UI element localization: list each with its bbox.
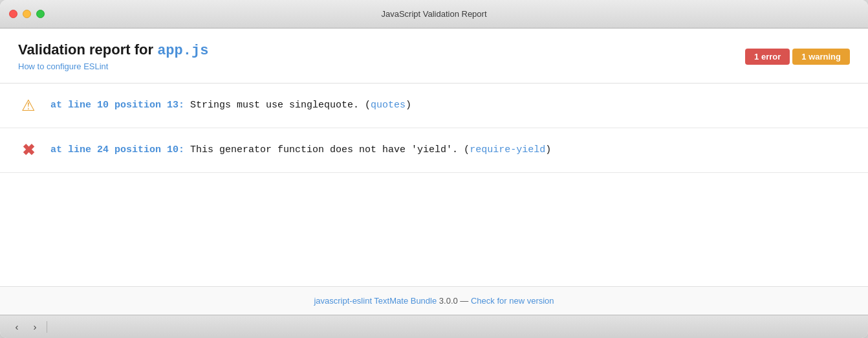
issue-rule-2[interactable]: require-yield: [470, 144, 545, 155]
summary-badges: 1 error 1 warning: [745, 49, 850, 65]
header-left: Validation report for app.js How to conf…: [18, 41, 208, 71]
maximize-button[interactable]: [36, 10, 45, 18]
check-version-link[interactable]: Check for new version: [471, 296, 554, 306]
nav-bar: ‹ ›: [0, 315, 868, 338]
issues-list: ⚠ at line 10 position 13: Strings must u…: [0, 84, 868, 286]
error-icon: ✖: [18, 140, 39, 161]
version-text: 3.0.0 —: [437, 296, 471, 306]
issue-text-1: at line 10 position 13: Strings must use…: [50, 98, 411, 113]
filename: app.js: [157, 43, 208, 59]
issue-end-1: ): [406, 100, 411, 111]
back-button[interactable]: ‹: [9, 319, 25, 335]
main-content: Validation report for app.js How to conf…: [0, 28, 868, 315]
issue-row: ✖ at line 24 position 10: This generator…: [0, 128, 868, 173]
footer: javascript-eslint TextMate Bundle 3.0.0 …: [0, 286, 868, 315]
title-prefix: Validation report for: [18, 41, 157, 58]
traffic-lights: [9, 10, 45, 18]
nav-divider: [47, 321, 47, 333]
eslint-config-link[interactable]: How to configure ESLint: [18, 62, 208, 71]
issue-location-1: at line 10 position 13:: [50, 100, 184, 111]
close-button[interactable]: [9, 10, 17, 18]
forward-button[interactable]: ›: [27, 319, 43, 335]
warning-icon: ⚠: [18, 95, 39, 116]
window-title: JavaScript Validation Report: [381, 9, 486, 19]
report-title: Validation report for app.js: [18, 41, 208, 59]
warning-badge: 1 warning: [792, 49, 850, 65]
bundle-link[interactable]: javascript-eslint TextMate Bundle: [314, 296, 437, 306]
issue-message-2: This generator function does not have 'y…: [184, 144, 470, 155]
app-window: JavaScript Validation Report Validation …: [0, 0, 868, 338]
issue-end-2: ): [545, 144, 551, 155]
issue-rule-1[interactable]: quotes: [371, 100, 406, 111]
title-bar: JavaScript Validation Report: [0, 0, 868, 28]
issue-message-1: Strings must use singlequote. (: [184, 100, 371, 111]
issue-location-2: at line 24 position 10:: [50, 144, 184, 155]
error-badge: 1 error: [745, 49, 790, 65]
minimize-button[interactable]: [23, 10, 31, 18]
issue-row: ⚠ at line 10 position 13: Strings must u…: [0, 84, 868, 128]
issue-text-2: at line 24 position 10: This generator f…: [50, 143, 551, 158]
report-header: Validation report for app.js How to conf…: [0, 28, 868, 84]
